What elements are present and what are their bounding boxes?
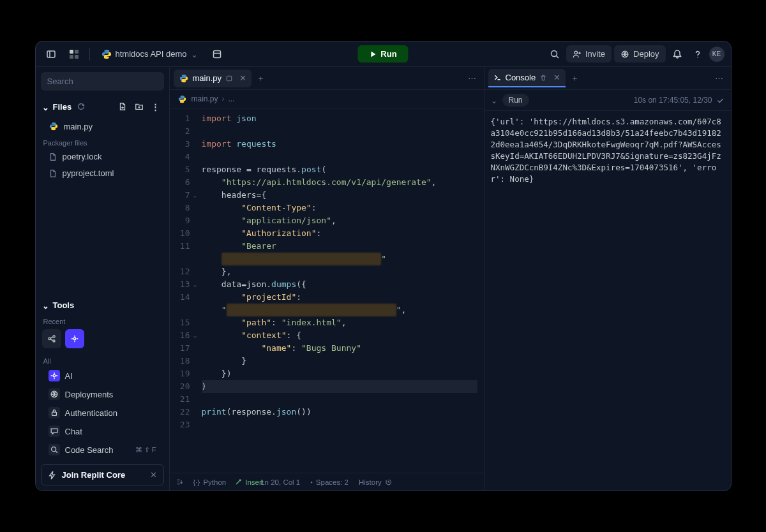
svg-rect-3 (75, 50, 79, 54)
console-tab[interactable]: Console ✕ (488, 69, 566, 87)
notifications-icon[interactable] (668, 45, 686, 63)
tool-item-deployments[interactable]: Deployments (40, 385, 165, 403)
project-name-dropdown[interactable]: htmldocs API demo ⌄ (96, 47, 203, 62)
app-window: htmldocs API demo ⌄ Run Invite Deploy (35, 41, 732, 491)
tool-item-code-search[interactable]: Code Search⌘ ⇧ F (40, 441, 165, 459)
console-menu-icon[interactable]: ⋯ (711, 71, 727, 85)
editor-pane: main.py ✕ ＋ ⋯ main.py › ... 123456789101… (170, 67, 484, 491)
repl-settings-icon[interactable] (208, 45, 226, 63)
svg-rect-2 (70, 50, 73, 54)
svg-line-24 (50, 339, 52, 341)
file-item[interactable]: main.py (40, 118, 165, 135)
breadcrumb-file[interactable]: main.py (192, 94, 218, 103)
more-icon[interactable]: ⋮ (149, 100, 163, 114)
add-tab-icon[interactable]: ＋ (253, 70, 269, 87)
spaces-indicator[interactable]: ● Spaces: 2 (310, 478, 349, 486)
tool-item-chat[interactable]: Chat (40, 422, 165, 440)
chevron-down-icon[interactable]: ⌄ (491, 96, 497, 105)
close-icon[interactable]: ✕ (150, 470, 157, 480)
tools-section-head[interactable]: ⌄ Tools (36, 297, 169, 314)
join-replit-core-button[interactable]: Join Replit Core ✕ (41, 464, 164, 485)
new-folder-icon[interactable] (132, 100, 146, 114)
run-button[interactable]: Run (357, 45, 408, 63)
svg-rect-32 (227, 76, 232, 81)
bolt-icon (48, 471, 57, 480)
code-editor[interactable]: 1234567891011121314151617181920212223 im… (170, 108, 484, 473)
svg-point-26 (53, 374, 56, 377)
history-button[interactable]: History (359, 478, 393, 486)
tab-label: main.py (193, 73, 222, 83)
python-icon (101, 49, 112, 59)
chevron-down-icon: ⌄ (42, 103, 49, 112)
console-output[interactable]: {'url': 'https://htmldocs.s3.amazonaws.c… (484, 111, 731, 491)
chevron-down-icon: ⌄ (42, 301, 49, 311)
svg-rect-0 (47, 51, 55, 57)
deploy-label: Deploy (633, 49, 659, 59)
sidebar: Search ⌄ Files ⋮ main.py Packager files … (36, 67, 170, 491)
svg-line-23 (50, 337, 52, 338)
user-plus-icon (573, 50, 582, 59)
svg-point-10 (574, 51, 577, 54)
close-tab-icon[interactable]: ✕ (239, 73, 246, 83)
breadcrumb: main.py › ... (170, 90, 484, 108)
search-input[interactable]: Search (41, 72, 164, 91)
svg-point-15 (697, 57, 698, 57)
tool-item-authentication[interactable]: Authentication (40, 404, 165, 422)
deploy-button[interactable]: Deploy (614, 45, 665, 63)
statusbar: {·} Python Insert Ln 20, Col 1 ● Spaces:… (170, 473, 484, 491)
svg-line-31 (55, 451, 57, 453)
packager-files-label: Packager files (36, 135, 169, 148)
files-label: Files (53, 102, 72, 112)
tool-item-ai[interactable]: AI (40, 367, 165, 385)
tab-menu-icon[interactable]: ⋯ (464, 71, 480, 85)
tools-label: Tools (53, 300, 75, 310)
topbar: htmldocs API demo ⌄ Run Invite Deploy (36, 41, 731, 67)
file-item[interactable]: pyproject.toml (40, 165, 165, 181)
svg-point-20 (48, 337, 50, 339)
editor-tabs: main.py ✕ ＋ ⋯ (170, 67, 484, 90)
language-indicator[interactable]: {·} Python (193, 478, 227, 486)
refresh-icon[interactable] (77, 102, 86, 111)
console-tabs: Console ✕ ＋ ⋯ (484, 67, 731, 90)
invite-button[interactable]: Invite (566, 45, 612, 63)
recent-tool-ai-icon[interactable] (65, 329, 84, 348)
search-icon[interactable] (546, 45, 564, 63)
close-tab-icon[interactable]: ✕ (553, 73, 560, 82)
rocket-icon (620, 50, 629, 59)
mode-indicator[interactable]: Insert (235, 478, 264, 486)
all-label: All (36, 353, 169, 366)
join-core-label: Join Replit Core (62, 470, 126, 480)
svg-point-8 (551, 50, 557, 56)
link-icon (225, 75, 233, 82)
breadcrumb-ellipsis[interactable]: ... (229, 94, 235, 103)
editor-tab[interactable]: main.py ✕ (174, 70, 252, 87)
trash-icon[interactable] (539, 74, 547, 82)
python-icon (177, 94, 188, 104)
play-icon (369, 50, 377, 58)
console-run-pill[interactable]: Run (502, 94, 529, 107)
console-run-meta: 10s on 17:45:05, 12/30 (634, 96, 712, 105)
cursor-position[interactable]: Ln 20, Col 1 (260, 478, 300, 486)
svg-point-21 (52, 336, 54, 337)
svg-rect-5 (75, 55, 79, 59)
check-icon (716, 96, 725, 105)
indent-icon[interactable] (176, 478, 184, 486)
chevron-down-icon: ⌄ (191, 50, 198, 59)
new-file-icon[interactable] (116, 100, 130, 114)
invite-label: Invite (585, 49, 605, 59)
svg-rect-4 (70, 55, 73, 59)
svg-point-30 (51, 447, 56, 452)
recent-tool-share-icon[interactable] (42, 329, 61, 348)
help-icon[interactable] (689, 45, 707, 63)
layout-icon[interactable] (65, 45, 83, 63)
user-avatar[interactable]: KE (709, 47, 725, 62)
run-button-label: Run (380, 49, 396, 59)
svg-rect-29 (52, 412, 56, 415)
files-section-head[interactable]: ⌄ Files ⋮ (36, 96, 169, 117)
panel-toggle-icon[interactable] (42, 45, 60, 63)
svg-point-25 (73, 337, 76, 340)
add-console-tab-icon[interactable]: ＋ (567, 70, 583, 87)
project-name-label: htmldocs API demo (116, 49, 187, 59)
file-item[interactable]: poetry.lock (40, 149, 165, 165)
svg-rect-6 (213, 50, 220, 57)
